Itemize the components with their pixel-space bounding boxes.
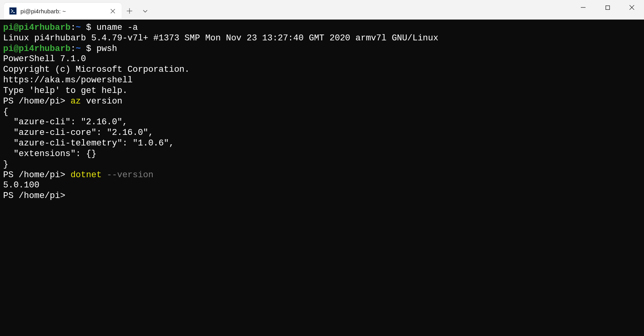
command-arg: --version	[102, 170, 153, 180]
terminal-output: "extensions": {}	[3, 149, 641, 160]
titlebar: pi@pi4rhubarb: ~	[0, 0, 644, 20]
maximize-button[interactable]	[595, 0, 620, 15]
terminal-output: Type 'help' to get help.	[3, 86, 641, 96]
terminal-line: pi@pi4rhubarb:~ $ uname -a	[3, 23, 641, 33]
terminal-output: https://aka.ms/powershell	[3, 75, 641, 86]
terminal-output: "azure-cli-core": "2.16.0",	[3, 128, 641, 138]
ps-prompt: PS /home/pi>	[3, 96, 71, 106]
window-controls	[571, 0, 644, 19]
tab-title: pi@pi4rhubarb: ~	[20, 8, 104, 15]
terminal-line: PS /home/pi> dotnet --version	[3, 170, 641, 181]
terminal-line: pi@pi4rhubarb:~ $ pwsh	[3, 44, 641, 54]
powershell-icon	[9, 7, 16, 15]
terminal-body[interactable]: pi@pi4rhubarb:~ $ uname -aLinux pi4rhuba…	[0, 20, 644, 336]
new-tab-button[interactable]	[122, 3, 137, 19]
svg-rect-7	[606, 5, 609, 9]
terminal-output: PowerShell 7.1.0	[3, 54, 641, 65]
ps-prompt: PS /home/pi>	[3, 191, 71, 201]
command-text: pwsh	[97, 44, 117, 54]
prompt-path: ~	[76, 23, 81, 33]
command-text: uname -a	[97, 23, 138, 33]
minimize-button[interactable]	[571, 0, 595, 15]
terminal-output: {	[3, 107, 641, 118]
terminal-output: }	[3, 160, 641, 170]
tab-dropdown-button[interactable]	[137, 3, 153, 19]
tabs-area: pi@pi4rhubarb: ~	[0, 0, 571, 19]
command-exec: dotnet	[71, 170, 102, 180]
terminal-line: PS /home/pi>	[3, 191, 641, 202]
close-tab-button[interactable]	[108, 7, 117, 15]
prompt-user-host: pi@pi4rhubarb	[3, 23, 71, 33]
close-window-button[interactable]	[620, 0, 644, 15]
terminal-output: Copyright (c) Microsoft Corporation.	[3, 65, 641, 75]
terminal-output: 5.0.100	[3, 180, 641, 191]
terminal-tab[interactable]: pi@pi4rhubarb: ~	[4, 3, 122, 19]
terminal-line: PS /home/pi> az version	[3, 96, 641, 107]
terminal-output: "azure-cli": "2.16.0",	[3, 117, 641, 128]
command-exec: az	[71, 96, 81, 106]
terminal-output: "azure-cli-telemetry": "1.0.6",	[3, 138, 641, 149]
terminal-output: Linux pi4rhubarb 5.4.79-v7l+ #1373 SMP M…	[3, 33, 641, 44]
